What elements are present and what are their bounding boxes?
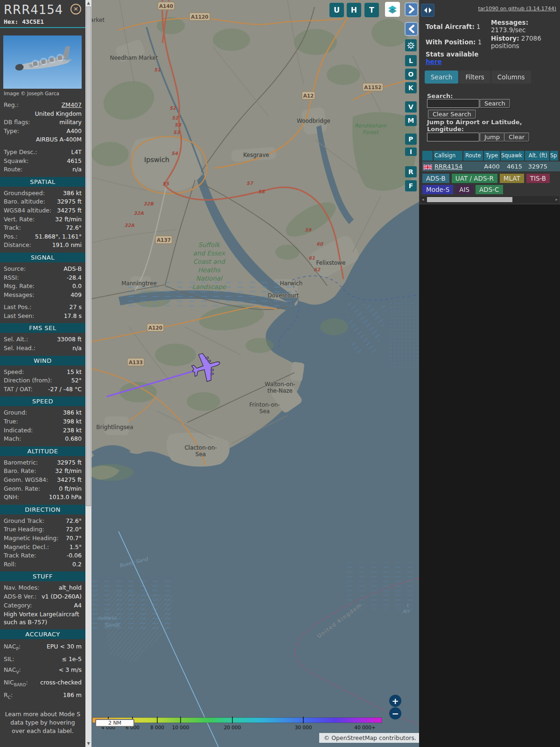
version-link[interactable]: tar1090 on github (3.14.1744) <box>478 6 556 12</box>
col-squawk[interactable]: Squawk <box>501 151 524 161</box>
close-icon[interactable]: × <box>70 4 81 14</box>
stats-available: Stats availablehere <box>426 50 478 65</box>
panel-resize-icon[interactable] <box>421 4 434 17</box>
tab-search[interactable]: Search <box>425 70 458 84</box>
junction-number: 32B <box>143 201 154 206</box>
road-shield: A1152 <box>363 83 383 91</box>
settings-gear-icon[interactable] <box>405 39 417 51</box>
scroll-left-icon[interactable]: ◂ <box>422 197 424 203</box>
data-row: True:398 kt <box>0 417 85 426</box>
search-label: Search: <box>427 92 453 99</box>
data-row: WGS84 altitude:34275 ft <box>0 206 85 215</box>
osm-link[interactable]: © OpenStreetMap <box>324 734 377 741</box>
map-place-label: Sea <box>196 451 206 458</box>
clear-button[interactable]: Clear <box>504 133 529 141</box>
registration-link[interactable]: ZM407 <box>62 101 82 108</box>
scroll-down-icon[interactable]: ▼ <box>85 741 91 746</box>
section-header: SIGNAL <box>0 253 85 262</box>
map-place-label: Clacton-on- <box>184 444 217 451</box>
layers-icon[interactable] <box>385 2 400 17</box>
clear-search-button[interactable]: Clear Search <box>428 110 476 119</box>
badge-ads-c[interactable]: ADS-C <box>476 185 503 194</box>
junction-number: 52 <box>172 115 179 120</box>
col-route[interactable]: Route <box>463 151 483 161</box>
expand-right-icon[interactable] <box>405 2 418 16</box>
badge-ads-b[interactable]: ADS-B <box>422 174 449 183</box>
map-canvas[interactable]: wmarketNeedham MarketIpswichKesgraveWood… <box>91 0 419 747</box>
col-alt[interactable]: Alt. (ft) <box>525 151 549 161</box>
junction-number: 57 <box>246 181 253 186</box>
data-row: Ground:386 kt <box>0 409 85 417</box>
data-row: ADS-B Ver.:v1 (DO-260A) <box>0 592 85 601</box>
junction-number: 53 <box>175 122 182 127</box>
map-scale: 2 NM <box>95 719 134 727</box>
data-row: Magnetic Decl.:1.5° <box>0 543 85 552</box>
legend-tick-label: 40 000+ <box>354 725 376 730</box>
map-button-P[interactable]: P <box>405 134 417 145</box>
map-button-H[interactable]: H <box>347 3 361 17</box>
section-header: ALTITUDE <box>0 446 85 456</box>
tab-filters[interactable]: Filters <box>459 70 490 84</box>
map-button-M[interactable]: M <box>405 115 417 126</box>
table-horizontal-scrollbar[interactable]: ◂ ▸ <box>420 196 559 203</box>
section-header: FMS SEL <box>0 323 85 333</box>
tab-columns[interactable]: Columns <box>491 70 531 84</box>
collapse-left-icon[interactable] <box>405 22 418 36</box>
scroll-right-icon[interactable]: ▸ <box>555 197 558 203</box>
map-button-K[interactable]: K <box>405 82 417 93</box>
map-place-label: Walton-on- <box>265 381 295 388</box>
badge-mlat[interactable]: MLAT <box>500 174 524 183</box>
search-input[interactable] <box>427 99 479 108</box>
col-type[interactable]: Type <box>484 151 500 161</box>
row-callsign-link[interactable]: RRR4154 <box>434 163 462 170</box>
scrollbar-thumb[interactable] <box>86 7 91 506</box>
col-speed[interactable]: Sp <box>550 151 558 161</box>
map-place-label: Ipswich <box>144 156 169 163</box>
badge-ais[interactable]: AIS <box>455 185 473 194</box>
hscroll-thumb[interactable] <box>427 197 512 202</box>
data-row: Groundspeed:386 kt <box>0 189 85 198</box>
source-badges-row2: Mode-SAISADS-C <box>422 185 505 194</box>
jump-input[interactable] <box>427 133 479 141</box>
map-button-V[interactable]: V <box>405 101 417 113</box>
map-button-O[interactable]: O <box>405 69 417 80</box>
scroll-up-icon[interactable]: ▲ <box>85 1 91 5</box>
data-row: Msg. Rate:0.0 <box>0 282 85 291</box>
road-shield: A133 <box>127 358 144 366</box>
map-button-T[interactable]: T <box>364 3 379 17</box>
map-place-label: Heaths <box>198 266 221 274</box>
aircraft-photo[interactable] <box>3 35 82 89</box>
map-button-F[interactable]: F <box>405 180 417 191</box>
svg-text:A133: A133 <box>129 359 143 365</box>
data-row: SIL:≤ 1e-5 <box>0 654 85 665</box>
map-button-R[interactable]: R <box>405 166 417 177</box>
map-place-label: Manningtree <box>121 280 157 287</box>
data-row: Reg.:ZM407 <box>0 101 85 110</box>
map-place-label: Brightlingsea <box>96 424 133 430</box>
map-button-U[interactable]: U <box>329 3 344 17</box>
col-callsign[interactable]: Callsign <box>434 151 462 161</box>
mode-s-hint: Learn more about Mode S data type by hov… <box>0 710 85 735</box>
map-button-I[interactable]: I <box>405 148 417 156</box>
data-row: Ground Track:72.6° <box>0 517 85 526</box>
photo-credit: Image © Joseph Garca <box>0 90 85 96</box>
jump-button[interactable]: Jump <box>480 133 504 141</box>
junction-number: 52 <box>169 106 176 111</box>
data-row: Sel. Head.:n/a <box>0 344 85 353</box>
section-header: SPATIAL <box>0 177 85 187</box>
badge-mode-s[interactable]: Mode-S <box>422 185 453 194</box>
badge-tis-b[interactable]: TIS-B <box>526 174 550 183</box>
data-row: Route:n/a <box>0 165 85 174</box>
zoom-out-button[interactable]: − <box>389 707 401 719</box>
table-header-row: Callsign Route Type Squawk Alt. (ft) Sp <box>422 151 559 161</box>
junction-number: 58 <box>258 189 265 194</box>
search-button[interactable]: Search <box>480 99 510 108</box>
left-panel-scrollbar[interactable]: ▲ ▼ <box>85 0 91 747</box>
badge-uat-ads-r[interactable]: UAT / ADS-R <box>452 174 497 183</box>
data-row: Direction (from):52° <box>0 376 85 385</box>
stats-here-link[interactable]: here <box>426 58 442 65</box>
data-row: AIRBUS A-400M <box>0 135 85 144</box>
table-row[interactable]: RRR4154 A400 4615 32975 <box>422 162 559 171</box>
map-button-L[interactable]: L <box>405 55 417 66</box>
zoom-in-button[interactable]: + <box>389 695 401 707</box>
